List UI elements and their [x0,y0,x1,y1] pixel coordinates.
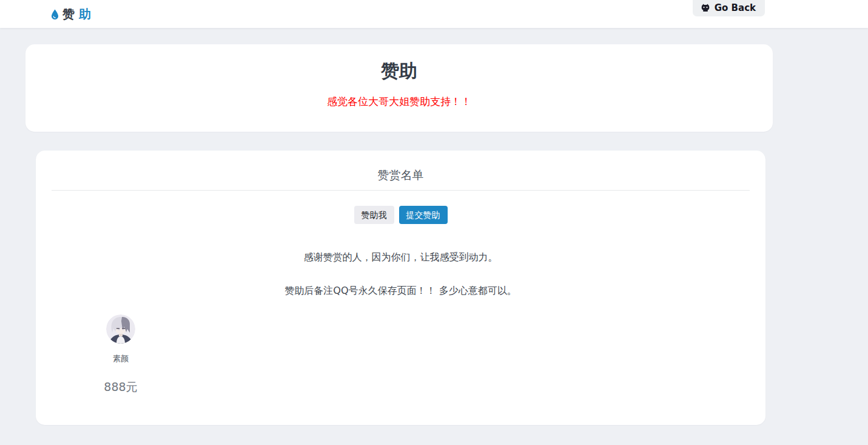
action-button-row: 赞助我 提交赞助 [36,206,765,224]
thanks-text: 感谢赞赏的人，因为你们，让我感受到动力。 [36,252,765,263]
go-back-label: Go Back [715,2,756,13]
go-back-button[interactable]: Go Back [693,0,765,16]
intro-card: 赞助 感觉各位大哥大姐赞助支持！！ [25,44,773,132]
sponsor-list-heading: 赞赏名单 [36,168,765,183]
page-title: 赞助 [25,58,773,84]
water-drop-icon [51,9,59,19]
sponsor-list: 素颜 888元 [52,314,765,393]
sponsor-avatar [106,314,135,344]
sponsor-amount: 888元 [104,380,137,393]
sponsor-name: 素颜 [113,355,129,363]
donate-me-button[interactable]: 赞助我 [354,206,394,224]
submit-donation-button[interactable]: 提交赞助 [399,206,448,224]
brand-logo[interactable]: 赞 助 [51,6,91,22]
sponsor-item: 素颜 888元 [52,314,190,393]
navbar: 赞 助 Go Back [0,0,868,28]
brand-text-accent: 助 [79,6,91,22]
intro-subtitle: 感觉各位大哥大姐赞助支持！！ [25,94,773,109]
sponsor-card: 赞赏名单 赞助我 提交赞助 感谢赞赏的人，因为你们，让我感受到动力。 赞助后备注… [36,151,765,425]
brand-text-primary: 赞 [62,6,76,22]
divider [52,190,750,191]
note-text: 赞助后备注QQ号永久保存页面！！ 多少心意都可以。 [36,285,765,296]
github-icon [701,4,710,12]
